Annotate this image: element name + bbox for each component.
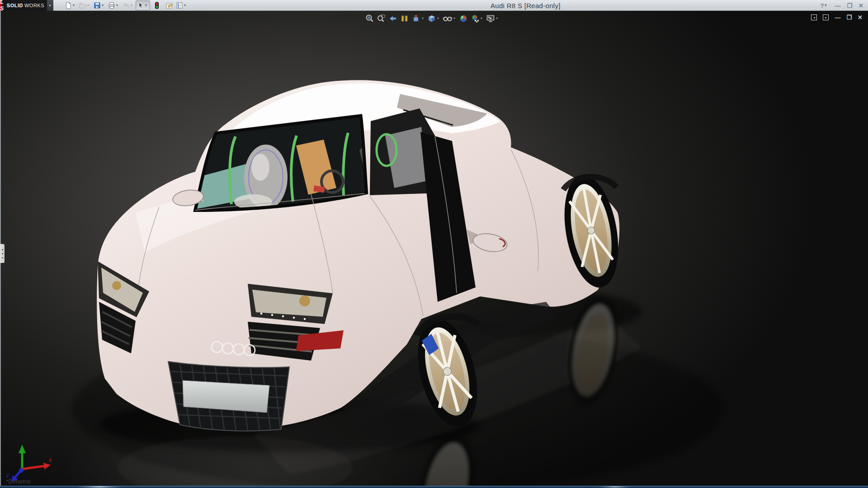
document-window-controls: ◂ ▸ — ❐ ✕	[811, 14, 863, 20]
window-controls: ?▾ — ❐ ✕	[820, 0, 863, 11]
headsup-view-toolbar: ▾ ▾ ▾ ▾ ▾	[364, 14, 499, 23]
graphics-viewport[interactable]: x z ▾ ▾ ▾	[0, 11, 868, 488]
chevron-down-icon[interactable]: ▾	[437, 17, 439, 20]
save-button[interactable]: ▾	[92, 0, 107, 10]
print-icon	[108, 2, 115, 9]
display-style-button[interactable]: ▾	[427, 14, 440, 23]
options-button[interactable]: ▾	[175, 0, 189, 10]
collapse-arrow-icon: ◂	[1, 252, 3, 255]
file-properties-button[interactable]	[164, 0, 175, 10]
zoom-to-fit-icon	[365, 14, 374, 23]
view-orientation-icon	[412, 14, 421, 23]
section-view-icon	[400, 14, 409, 23]
print-button[interactable]: ▾	[107, 0, 121, 10]
restore-button[interactable]: ❐	[847, 3, 852, 9]
chevron-down-icon[interactable]: ▾	[116, 4, 118, 7]
previous-view-button[interactable]	[388, 14, 398, 23]
save-icon	[94, 2, 101, 9]
collapse-arrow-icon: ◂	[1, 256, 3, 259]
undo-icon	[123, 2, 130, 9]
chevron-down-icon[interactable]: ▾	[102, 4, 104, 7]
rebuild-stoplight-icon	[154, 2, 160, 9]
titlebar: 3S SOLID WORKS ▸ ▾ ▾ ▾ ▾	[0, 0, 868, 11]
select-tool-button[interactable]: ▾	[136, 0, 150, 10]
view-settings-icon	[486, 14, 495, 23]
open-icon	[79, 2, 86, 9]
minimize-document-button[interactable]: —	[835, 14, 840, 20]
chevron-down-icon[interactable]: ▾	[481, 17, 482, 20]
select-cursor-icon	[137, 2, 144, 9]
zoom-to-area-button[interactable]	[376, 14, 386, 23]
solidworks-logo: 3S SOLID WORKS	[0, 0, 47, 11]
display-style-icon	[427, 14, 436, 23]
bottom-status-strip	[0, 486, 868, 488]
y-axis-arrow	[19, 445, 26, 453]
brand-mark: 3S	[0, 0, 5, 12]
chevron-down-icon[interactable]: ▾	[87, 4, 89, 7]
collapse-arrow-icon: ◂	[1, 248, 3, 251]
chevron-down-icon[interactable]: ▾	[422, 17, 424, 20]
coordinate-triad: x z	[6, 445, 52, 482]
brand-light: WORKS	[24, 3, 44, 8]
3d-model-audi-r8[interactable]: x z	[0, 11, 868, 488]
x-axis-arrow	[43, 463, 51, 469]
new-document-icon	[65, 2, 72, 9]
feature-pane-handle[interactable]: ◂ ◂ ◂	[0, 244, 5, 263]
apply-scene-button[interactable]: ▾	[470, 14, 484, 23]
collapse-left-pane-button[interactable]: ◂	[811, 14, 817, 20]
options-checklist-icon	[176, 2, 183, 9]
zoom-to-area-icon	[377, 14, 386, 23]
view-settings-button[interactable]: ▾	[486, 14, 499, 23]
restore-document-button[interactable]: ❐	[846, 14, 852, 20]
minimize-button[interactable]: —	[835, 3, 840, 9]
section-view-button[interactable]	[400, 14, 410, 23]
undo-button[interactable]: ▾	[121, 0, 136, 10]
rebuild-button[interactable]	[153, 0, 161, 10]
edit-appearance-icon	[459, 14, 468, 23]
license-plate	[183, 380, 269, 413]
chevron-down-icon[interactable]: ▾	[453, 17, 455, 20]
chevron-down-icon[interactable]: ▾	[496, 17, 498, 20]
triad-origin	[19, 468, 24, 473]
close-button[interactable]: ✕	[859, 3, 863, 9]
help-button[interactable]: ?▾	[820, 3, 828, 9]
window-title: Audi R8 S [Read-only]	[491, 2, 561, 9]
chevron-down-icon[interactable]: ▾	[825, 4, 826, 7]
file-properties-icon	[165, 2, 173, 9]
apply-scene-icon	[471, 14, 480, 23]
hide-show-items-button[interactable]: ▾	[442, 14, 457, 23]
open-button[interactable]: ▾	[78, 0, 92, 10]
z-axis-label: z	[6, 472, 9, 479]
chevron-down-icon[interactable]: ▾	[131, 4, 132, 7]
strip-glint	[597, 486, 633, 488]
new-document-button[interactable]: ▾	[63, 0, 78, 10]
chevron-down-icon[interactable]: ▾	[184, 4, 186, 7]
expand-right-pane-button[interactable]: ▸	[823, 14, 829, 20]
x-axis-label: x	[48, 457, 52, 463]
chevron-down-icon[interactable]: ▾	[145, 4, 147, 7]
view-orientation-label: *Dimetric	[6, 478, 31, 485]
close-document-button[interactable]: ✕	[858, 14, 863, 20]
previous-view-icon	[388, 14, 397, 23]
main-toolbar: ▾ ▾ ▾ ▾ ▾ ▾	[63, 0, 189, 10]
menu-flyout-arrow[interactable]: ▸	[47, 0, 53, 11]
zoom-to-fit-button[interactable]	[364, 14, 374, 23]
brand-bold: SOLID	[7, 3, 23, 8]
strip-glint	[75, 486, 124, 488]
edit-appearance-button[interactable]	[458, 14, 468, 23]
view-orientation-button[interactable]: ▾	[411, 14, 425, 23]
chevron-down-icon[interactable]: ▾	[73, 4, 75, 7]
hide-show-items-icon	[443, 14, 453, 23]
